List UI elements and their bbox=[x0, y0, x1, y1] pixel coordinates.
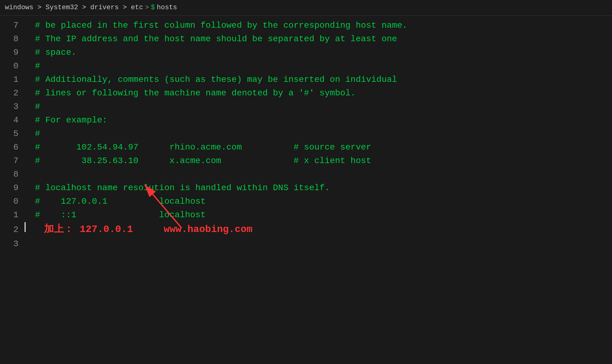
line-number: 2 bbox=[6, 223, 18, 236]
line-number: 8 bbox=[6, 168, 18, 181]
line-content: # lines or following the machine name de… bbox=[25, 86, 356, 100]
path-separator: > bbox=[145, 2, 149, 13]
line-number: 3 bbox=[6, 237, 18, 250]
line-number: 1 bbox=[6, 73, 18, 86]
line-content: # be placed in the first column followed… bbox=[25, 19, 407, 32]
line-content: # 127.0.0.1 localhost bbox=[25, 195, 206, 208]
line-number: 0 bbox=[6, 59, 18, 73]
path-windows: windows > System32 > drivers > etc bbox=[5, 2, 143, 13]
line-content: # bbox=[25, 59, 40, 73]
line-16: 6 # 102.54.94.97 rhino.acme.com # source… bbox=[0, 141, 612, 154]
line-number: 7 bbox=[6, 19, 18, 32]
line-13: 3 # bbox=[0, 100, 612, 114]
line-18: 8 bbox=[0, 168, 612, 181]
cursor bbox=[25, 222, 26, 232]
line-content: # Additionally, comments (such as these)… bbox=[25, 73, 397, 86]
line-number: 4 bbox=[6, 114, 18, 127]
line-23: 3 bbox=[0, 237, 612, 251]
line-number: 0 bbox=[6, 195, 18, 208]
line-content: # localhost name resolution is handled w… bbox=[25, 181, 330, 194]
line-content: # For example: bbox=[25, 114, 107, 127]
line-content: # bbox=[25, 127, 40, 140]
line-22: 2 加上： 127.0.0.1 www.haobing.com bbox=[0, 222, 612, 237]
dollar-sign: $ bbox=[151, 2, 155, 13]
line-9: 9 # space. bbox=[0, 46, 612, 59]
line-number: 3 bbox=[6, 100, 18, 113]
line-19: 9 # localhost name resolution is handled… bbox=[0, 181, 612, 195]
line-content: # space. bbox=[25, 46, 76, 59]
line-content: # 38.25.63.10 x.acme.com # x client host bbox=[25, 154, 371, 167]
annotation-domain: www.haobing.com bbox=[164, 222, 252, 237]
editor-area: 7 # be placed in the first column follow… bbox=[0, 16, 612, 254]
line-number: 6 bbox=[6, 141, 18, 154]
line-number: 9 bbox=[6, 181, 18, 194]
title-bar: windows > System32 > drivers > etc > $ h… bbox=[0, 0, 612, 16]
line-11: 1 # Additionally, comments (such as thes… bbox=[0, 73, 612, 86]
line-20: 0 # 127.0.0.1 localhost bbox=[0, 195, 612, 208]
line-number: 9 bbox=[6, 46, 18, 59]
line-number: 7 bbox=[6, 154, 18, 167]
line-number: 8 bbox=[6, 32, 18, 46]
line-15: 5 # bbox=[0, 127, 612, 141]
line-21: 1 # ::1 localhost bbox=[0, 208, 612, 222]
line-content: # ::1 localhost bbox=[25, 208, 206, 222]
line-14: 4 # For example: bbox=[0, 114, 612, 127]
line-number: 1 bbox=[6, 208, 18, 222]
line-content: # bbox=[25, 100, 40, 113]
line-17: 7 # 38.25.63.10 x.acme.com # x client ho… bbox=[0, 154, 612, 168]
line-number: 2 bbox=[6, 86, 18, 100]
line-number: 5 bbox=[6, 127, 18, 140]
line-content: # 102.54.94.97 rhino.acme.com # source s… bbox=[25, 141, 371, 154]
line-10: 0 # bbox=[0, 59, 612, 73]
line-7: 7 # be placed in the first column follow… bbox=[0, 19, 612, 32]
annotation-label: 加上： bbox=[44, 222, 74, 237]
filename: hosts bbox=[157, 2, 177, 13]
annotation-ip: 127.0.0.1 bbox=[80, 222, 133, 237]
line-8: 8 # The IP address and the host name sho… bbox=[0, 32, 612, 46]
line-content: # The IP address and the host name shoul… bbox=[25, 32, 397, 46]
line-12: 2 # lines or following the machine name … bbox=[0, 86, 612, 100]
